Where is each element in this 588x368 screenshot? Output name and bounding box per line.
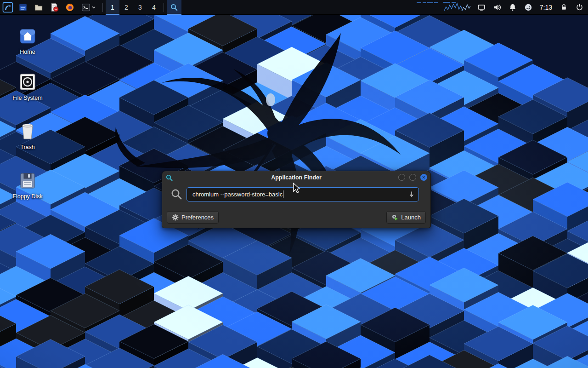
close-button[interactable]: ✕ [420,174,427,181]
workspace-switcher-3[interactable]: 3 [133,0,147,15]
workspace-switcher-1[interactable]: 1 [106,0,119,15]
workspace-label: 2 [124,4,128,11]
launch-label: Launch [401,214,421,221]
lock-screen-button[interactable] [557,1,571,14]
top-panel: 1 2 3 4 [0,0,588,15]
panel-separator [102,3,103,12]
display-icon [477,3,486,12]
notifications-tray[interactable] [506,1,520,14]
trash-bin-icon [17,122,38,140]
desktop-icon-home[interactable]: Home [7,27,48,55]
volume-tray[interactable] [490,1,504,14]
text-caret [283,190,283,198]
kali-logo-icon [2,2,13,13]
workspace-label: 4 [152,4,156,11]
folder-launcher[interactable] [32,1,45,14]
logout-button[interactable] [572,1,586,14]
dropdown-arrow-icon[interactable] [408,190,415,198]
search-icon [170,188,183,201]
workspace-label: 3 [138,4,142,11]
text-editor-launcher[interactable] [47,1,61,14]
magnifier-icon [170,3,178,12]
status-tray[interactable] [521,1,535,14]
window-title: Application Finder [162,174,430,181]
desktop-icon-label: Home [20,49,35,55]
floppy-disk-icon [17,171,38,190]
bell-icon [509,3,517,12]
preferences-button[interactable]: Preferences [167,211,219,224]
firefox-launcher[interactable] [63,1,77,14]
firefox-icon [65,3,74,12]
search-row: chromium --password-store=basic [162,186,430,202]
lock-icon [560,3,568,11]
home-folder-icon [17,27,38,45]
minimize-button[interactable] [398,174,405,181]
desktop-icon-trash[interactable]: Trash [7,122,48,150]
taskbar-application-finder[interactable] [167,0,181,15]
workspace-switcher-2[interactable]: 2 [119,0,133,15]
file-manager-icon [18,3,28,12]
app-finder-window-icon [165,174,173,182]
desktop-icon-file-system[interactable]: File System [7,73,48,101]
title-bar[interactable]: Application Finder ✕ [162,171,430,184]
search-input[interactable]: chromium --password-store=basic [187,187,419,201]
desktop-icon-floppy-disk[interactable]: Floppy Disk [7,171,48,200]
search-input-value: chromium --password-store=basic [192,191,283,198]
launch-icon [391,214,398,221]
network-monitor-graph[interactable] [416,0,471,14]
desktop-icon-label: Trash [20,144,35,150]
workspace-switcher-4[interactable]: 4 [147,0,161,15]
launch-button[interactable]: Launch [386,211,426,224]
workspace-label: 1 [111,4,114,11]
file-manager-launcher[interactable] [16,1,30,14]
terminal-icon [81,3,90,12]
application-finder-window: Application Finder ✕ chromium --password… [162,171,431,228]
gear-icon [172,214,179,221]
update-status-icon [524,3,532,12]
maximize-button[interactable] [409,174,416,181]
desktop-icon-label: Floppy Disk [12,193,42,200]
panel-clock[interactable]: 7:13 [540,4,552,11]
display-settings-tray[interactable] [475,1,488,14]
volume-icon [493,3,501,12]
preferences-label: Preferences [181,214,214,221]
file-system-drive-icon [17,73,38,91]
dialog-buttons: Preferences Launch [162,211,430,224]
applications-menu-button[interactable] [0,0,15,15]
desktop-icon-label: File System [12,95,42,101]
chevron-down-icon [91,5,96,10]
text-editor-icon [50,3,59,12]
panel-separator [164,3,164,12]
power-icon [576,3,583,11]
terminal-launcher[interactable] [79,1,99,14]
folder-icon [34,3,43,12]
